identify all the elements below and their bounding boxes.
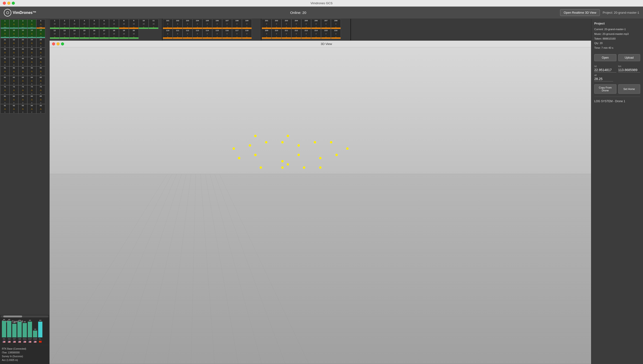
drone-cell-5[interactable]: 5 ⚠ 358 xyxy=(36,19,45,29)
drone-cell-74[interactable]: 74 ⚠ 0 xyxy=(27,85,36,95)
drone-cell-31[interactable]: 31 ⚠ 0 xyxy=(1,48,10,57)
close-button[interactable] xyxy=(3,2,6,5)
top-drone-cell-105[interactable]: 105 0 ⚠ xyxy=(202,19,212,29)
top-drone-cell-19[interactable]: 19 16 ⚠ xyxy=(119,29,129,39)
scrollbar[interactable] xyxy=(0,315,49,318)
top-drone-cell-5[interactable]: 5 16 ⚠ xyxy=(89,19,99,29)
3d-close-button[interactable] xyxy=(52,42,55,46)
drone-cell-95[interactable]: 95 ⚠ 0 xyxy=(36,104,45,114)
drone-cell-63[interactable]: 63 ⚠ 0 xyxy=(18,76,27,85)
top-drone-cell-211[interactable]: 211 0 ⚠ xyxy=(281,29,291,39)
drone-cell-44[interactable]: 44 ⚠ 0 xyxy=(27,57,36,66)
drone-cell-34[interactable]: 34 ⚠ 0 xyxy=(27,48,36,57)
top-drone-cell-212[interactable]: 212 0 ⚠ xyxy=(291,29,301,39)
top-drone-cell-207[interactable]: 207 0 ⚠ xyxy=(321,19,331,29)
top-drone-cell-104[interactable]: 104 0 ⚠ xyxy=(192,19,202,29)
drone-cell-62[interactable]: 62 ⚠ 0 xyxy=(10,76,18,85)
top-drone-cell-115[interactable]: 115 0 ⚠ xyxy=(212,29,222,39)
3d-minimize-button[interactable] xyxy=(57,42,60,46)
drone-cell-52[interactable]: 52 ⚠ 0 xyxy=(10,66,18,76)
top-drone-cell-111[interactable]: 111 0 ⚠ xyxy=(173,29,183,39)
top-drone-cell-202[interactable]: 202 0 ⚠ xyxy=(272,19,281,29)
drone-cell-11[interactable]: 11 ⚠ 16 xyxy=(1,29,10,38)
upload-button[interactable]: Upload xyxy=(618,54,640,61)
drone-cell-81[interactable]: 81 ⚠ 0 xyxy=(1,95,10,104)
top-drone-cell-214[interactable]: 214 0 ⚠ xyxy=(311,29,321,39)
top-drone-cell-2[interactable]: 2 16 ⚠ xyxy=(60,19,70,29)
top-drone-cell-208[interactable]: 208 0 ⚠ xyxy=(331,19,341,29)
top-drone-cell-201[interactable]: 201 0 ⚠ xyxy=(262,19,272,29)
top-drone-cell-7[interactable]: 7 16 ⚠ xyxy=(109,19,119,29)
drone-cell-64[interactable]: 64 ⚠ 0 xyxy=(27,76,36,85)
top-drone-cell-107[interactable]: 107 0 ⚠ xyxy=(222,19,232,29)
drone-cell-42[interactable]: 42 ⚠ 0 xyxy=(10,57,18,66)
top-drone-cell-15[interactable]: 15 16 ⚠ xyxy=(79,29,89,39)
drone-cell-14[interactable]: 14 ⚠ 16 xyxy=(27,29,36,38)
top-drone-cell-206[interactable]: 206 0 ⚠ xyxy=(311,19,321,29)
top-drone-cell-18[interactable]: 18 16 ⚠ xyxy=(109,29,119,39)
drone-cell-12[interactable]: 12 ⚠ 16 xyxy=(10,29,18,38)
copy-from-drone-button[interactable]: Copy From Drone xyxy=(594,84,616,94)
drone-cell-4[interactable]: 4 ⚠ 347 xyxy=(27,19,36,29)
drone-cell-84[interactable]: 84 ⚠ 0 xyxy=(27,95,36,104)
drone-cell-75[interactable]: 75 ⚠ 0 xyxy=(36,85,45,95)
scrollbar-thumb[interactable] xyxy=(3,316,22,318)
drone-cell-41[interactable]: 41 ⚠ 0 xyxy=(1,57,10,66)
drone-cell-55[interactable]: 55 ⚠ 0 xyxy=(36,66,45,76)
top-drone-cell-102[interactable]: 102 0 ⚠ xyxy=(173,19,183,29)
top-drone-cell-12[interactable]: 12 16 ⚠ xyxy=(50,29,60,39)
drone-cell-1[interactable]: 1 ⚠ 356 xyxy=(1,19,10,29)
drone-cell-25[interactable]: 25 ⚠ 0 xyxy=(36,38,45,48)
top-drone-cell-209[interactable]: 209 0 ⚠ xyxy=(262,29,272,39)
open-3d-view-button[interactable]: Open Realtime 3D View xyxy=(560,9,600,16)
top-drone-cell-204[interactable]: 204 0 ⚠ xyxy=(291,19,301,29)
top-drone-cell-216[interactable]: 216 0 ⚠ xyxy=(331,29,341,39)
drone-cell-93[interactable]: 93 ⚠ 0 xyxy=(18,104,27,114)
drone-cell-33[interactable]: 33 ⚠ 0 xyxy=(18,48,27,57)
scrollbar-track[interactable] xyxy=(1,316,48,318)
drone-cell-45[interactable]: 45 ⚠ 0 xyxy=(36,57,45,66)
minimize-button[interactable] xyxy=(7,2,10,5)
drone-cell-73[interactable]: 73 ⚠ 0 xyxy=(18,85,27,95)
top-drone-cell-117[interactable]: 117 0 ⚠ xyxy=(232,29,242,39)
top-drone-cell-203[interactable]: 203 0 ⚠ xyxy=(281,19,291,29)
drone-cell-94[interactable]: 94 ⚠ 0 xyxy=(27,104,36,114)
top-drone-cell-8[interactable]: 8 16 ⚠ xyxy=(119,19,129,29)
top-drone-cell-6[interactable]: 6 16 ⚠ xyxy=(99,19,109,29)
top-drone-cell-4[interactable]: 4 16 ⚠ xyxy=(79,19,89,29)
drone-cell-24[interactable]: 24 ⚠ 0 xyxy=(27,38,36,48)
3d-maximize-button[interactable] xyxy=(61,42,64,46)
top-drone-cell-110[interactable]: 110 0 ⚠ xyxy=(163,29,173,39)
top-drone-cell-118[interactable]: 118 0 ⚠ xyxy=(242,29,252,39)
drone-cell-85[interactable]: 85 ⚠ 0 xyxy=(36,95,45,104)
drone-cell-51[interactable]: 51 ⚠ 0 xyxy=(1,66,10,76)
set-home-button[interactable]: Set Home xyxy=(618,84,640,94)
top-drone-cell-109[interactable]: 109 0 ⚠ xyxy=(242,19,252,29)
open-button[interactable]: Open xyxy=(594,54,616,61)
drone-cell-32[interactable]: 32 ⚠ 0 xyxy=(10,48,18,57)
drone-cell-3[interactable]: 3 ⚠ 347 xyxy=(18,19,27,29)
drone-cell-2[interactable]: 2 ⚠ 2 xyxy=(10,19,18,29)
drone-cell-82[interactable]: 82 ⚠ 0 xyxy=(10,95,18,104)
top-drone-cell-11[interactable]: 11 16 ⚠ xyxy=(149,19,159,29)
top-drone-cell-213[interactable]: 213 0 ⚠ xyxy=(301,29,311,39)
drone-cell-92[interactable]: 92 ⚠ 0 xyxy=(10,104,18,114)
top-drone-cell-215[interactable]: 215 0 ⚠ xyxy=(321,29,331,39)
top-drone-cell-112[interactable]: 112 0 ⚠ xyxy=(183,29,192,39)
top-drone-cell-108[interactable]: 108 0 ⚠ xyxy=(232,19,242,29)
drone-cell-35[interactable]: 35 ⚠ 0 xyxy=(36,48,45,57)
drone-cell-54[interactable]: 54 ⚠ 0 xyxy=(27,66,36,76)
drone-cell-22[interactable]: 22 ⚠ 0 xyxy=(10,38,18,48)
drone-cell-91[interactable]: 91 ⚠ 0 xyxy=(1,104,10,114)
top-drone-cell-13[interactable]: 13 16 ⚠ xyxy=(60,29,70,39)
drone-cell-13[interactable]: 13 ⚠ 16 xyxy=(18,29,27,38)
drone-cell-53[interactable]: 53 ⚠ 0 xyxy=(18,66,27,76)
top-drone-cell-116[interactable]: 116 0 ⚠ xyxy=(222,29,232,39)
top-drone-cell-103[interactable]: 103 0 ⚠ xyxy=(183,19,192,29)
top-drone-cell-17[interactable]: 17 16 ⚠ xyxy=(99,29,109,39)
top-drone-cell-10[interactable]: 10 16 ⚠ xyxy=(139,19,149,29)
top-drone-cell-20[interactable]: 20 16 ⚠ xyxy=(129,29,139,39)
drone-cell-65[interactable]: 65 ⚠ 0 xyxy=(36,76,45,85)
top-drone-cell-205[interactable]: 205 0 ⚠ xyxy=(301,19,311,29)
top-drone-cell-113[interactable]: 113 0 ⚠ xyxy=(192,29,202,39)
